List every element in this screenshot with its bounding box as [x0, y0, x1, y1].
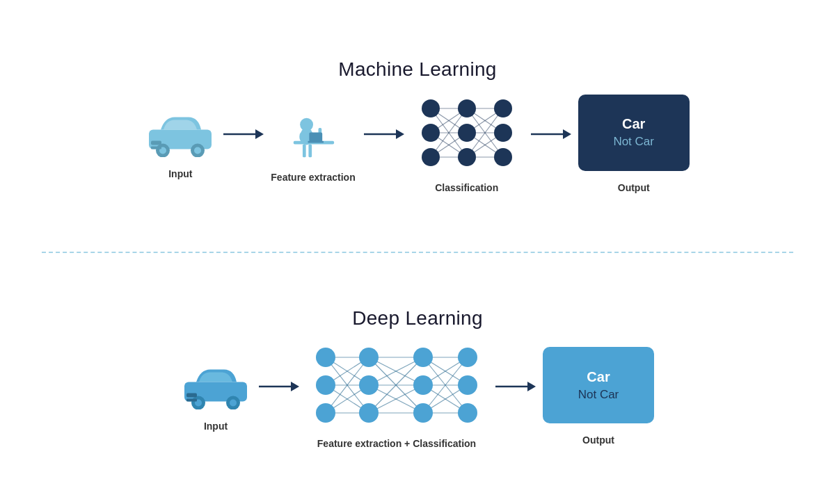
dl-input-item: Input — [181, 361, 250, 432]
svg-point-84 — [316, 348, 335, 367]
svg-rect-53 — [186, 393, 197, 398]
ml-output-box: Car Not Car — [578, 95, 690, 171]
dl-section: Deep Learning Input — [0, 253, 835, 505]
svg-point-94 — [458, 375, 477, 395]
svg-point-37 — [422, 99, 440, 117]
ml-section: Machine Learning — [0, 0, 835, 252]
dl-output-item: Car Not Car Output — [543, 347, 654, 446]
ml-output-label: Output — [618, 182, 650, 193]
dl-title: Deep Learning — [352, 307, 483, 330]
svg-point-4 — [194, 147, 201, 154]
dl-input-label: Input — [204, 421, 228, 432]
ml-feature-label: Feature extraction — [271, 172, 355, 183]
svg-rect-5 — [151, 140, 161, 145]
svg-point-40 — [458, 99, 476, 117]
ml-arrow-2 — [363, 124, 404, 145]
ml-output-notcar: Not Car — [613, 135, 654, 149]
svg-point-95 — [458, 403, 477, 423]
svg-marker-97 — [527, 382, 536, 391]
svg-point-44 — [494, 124, 512, 142]
ml-output-car: Car — [622, 116, 645, 132]
ml-arrow-3 — [530, 124, 571, 145]
dl-feature-class-label: Feature extraction + Classification — [317, 438, 476, 449]
ml-feature-item: Feature extraction — [271, 105, 355, 183]
dl-arrow-2 — [494, 376, 536, 397]
ml-input-label: Input — [168, 168, 192, 179]
svg-rect-14 — [308, 141, 324, 143]
dl-output-box: Car Not Car — [543, 347, 654, 423]
ml-diagram-row: Input — [14, 95, 821, 193]
ml-arrow-1 — [222, 124, 264, 145]
dl-output-car: Car — [587, 369, 610, 385]
main-container: Machine Learning — [0, 0, 835, 504]
svg-point-45 — [494, 148, 512, 166]
svg-point-85 — [316, 375, 335, 395]
svg-rect-15 — [303, 144, 306, 157]
ml-car-icon — [145, 108, 215, 157]
dl-nn-icon — [306, 343, 487, 427]
svg-point-52 — [230, 400, 237, 407]
svg-marker-8 — [255, 129, 264, 139]
ml-nn-icon — [411, 95, 523, 171]
svg-point-90 — [413, 348, 433, 367]
svg-point-43 — [494, 99, 512, 117]
svg-rect-54 — [186, 399, 197, 402]
svg-marker-47 — [563, 129, 571, 139]
dl-feature-class-item: Feature extraction + Classification — [306, 343, 487, 449]
dl-output-notcar: Not Car — [578, 388, 619, 402]
svg-point-39 — [422, 148, 440, 166]
dl-car-icon — [181, 361, 250, 409]
ml-input-item: Input — [145, 108, 215, 179]
svg-point-88 — [359, 375, 379, 395]
svg-point-42 — [458, 148, 476, 166]
dl-output-label: Output — [582, 434, 614, 446]
svg-point-89 — [359, 403, 379, 423]
svg-point-87 — [359, 348, 379, 367]
svg-rect-13 — [309, 132, 322, 141]
svg-point-91 — [413, 375, 433, 395]
svg-marker-18 — [396, 129, 404, 139]
ml-person-icon — [285, 105, 341, 161]
svg-point-92 — [413, 403, 433, 423]
svg-rect-16 — [308, 144, 312, 157]
svg-point-86 — [316, 403, 335, 423]
ml-title: Machine Learning — [338, 58, 496, 81]
svg-point-41 — [458, 124, 476, 142]
svg-marker-56 — [291, 382, 299, 391]
svg-rect-6 — [151, 146, 161, 149]
ml-classification-item: Classification — [411, 95, 523, 193]
dl-diagram-row: Input — [14, 343, 821, 449]
dl-arrow-1 — [257, 376, 299, 397]
svg-point-12 — [300, 118, 313, 131]
svg-point-38 — [422, 124, 440, 142]
ml-output-item: Car Not Car Output — [578, 95, 690, 193]
ml-classification-label: Classification — [435, 182, 498, 193]
svg-point-93 — [458, 348, 477, 367]
